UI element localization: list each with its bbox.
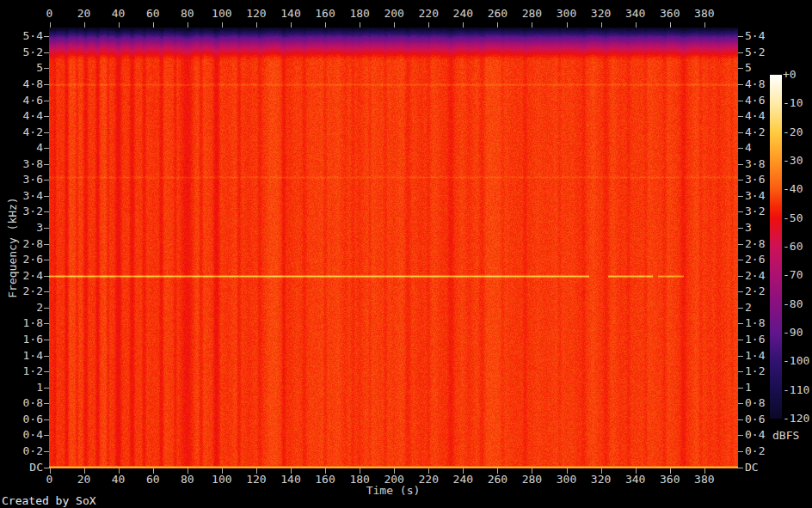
y-tick-mark-right (738, 323, 743, 324)
colorbar-tick-label: -80 (783, 298, 803, 310)
y-tick-mark-right (738, 419, 743, 420)
y-tick-mark-left (44, 196, 49, 197)
x-tick-label-bottom: 260 (480, 474, 514, 486)
x-tick-mark-top (84, 22, 85, 28)
y-tick-label-left: 4·2 (3, 126, 43, 138)
y-tick-label-right: 1·2 (745, 365, 765, 377)
y-tick-mark-left (44, 36, 49, 37)
colorbar-gradient (770, 75, 782, 419)
y-tick-mark-right (738, 403, 743, 404)
y-tick-mark-right (738, 180, 743, 181)
y-tick-label-right: 3·8 (745, 158, 765, 170)
x-tick-label-top: 20 (67, 8, 102, 20)
y-tick-mark-left (44, 340, 49, 340)
credit-text: Created by SoX (2, 494, 96, 507)
x-tick-label-top: 100 (205, 8, 239, 20)
x-tick-label-top: 120 (239, 8, 274, 20)
colorbar-tick-label: -40 (783, 183, 803, 195)
y-tick-label-right: 2·2 (745, 285, 765, 297)
y-tick-mark-right (738, 36, 743, 37)
y-tick-mark-right (738, 101, 743, 101)
x-tick-label-bottom: 40 (102, 474, 136, 486)
colorbar-tick-label: -60 (783, 241, 803, 253)
y-tick-mark-left (44, 371, 49, 372)
colorbar-unit-label: dBFS (772, 429, 799, 442)
x-tick-label-top: 340 (618, 8, 653, 20)
y-tick-mark-right (738, 164, 743, 165)
x-tick-mark-top (119, 22, 120, 28)
x-tick-mark-top (497, 22, 498, 28)
y-tick-label-right: 1·8 (745, 317, 765, 329)
y-tick-mark-right (738, 451, 743, 452)
y-tick-label-right: 0·8 (745, 397, 765, 409)
y-tick-mark-left (44, 435, 49, 436)
colorbar-tick-label: +0 (783, 69, 797, 81)
y-tick-label-right: 5 (745, 62, 752, 74)
y-tick-label-left: 3·8 (3, 158, 43, 170)
y-tick-label-left: 0·6 (3, 413, 43, 425)
y-tick-mark-right (738, 84, 743, 85)
y-tick-label-right: 3·2 (745, 205, 765, 217)
y-tick-label-right: 4·4 (745, 110, 765, 122)
y-tick-mark-right (738, 196, 743, 197)
y-tick-mark-right (738, 244, 743, 245)
y-tick-mark-right (738, 211, 743, 212)
y-tick-label-right: 0·4 (745, 429, 765, 441)
colorbar-tick-label: -90 (783, 327, 803, 339)
colorbar-tick-label: -30 (783, 155, 803, 167)
y-tick-label-left: 5·2 (3, 46, 43, 58)
y-tick-mark-left (44, 148, 49, 149)
colorbar-tick-label: -70 (783, 269, 803, 281)
y-tick-mark-left (44, 116, 49, 117)
x-tick-mark-top (704, 22, 705, 28)
y-tick-mark-right (738, 116, 743, 117)
colorbar-tick-label: -50 (783, 212, 803, 224)
y-tick-label-right: 5·2 (745, 46, 765, 58)
x-tick-mark-top (291, 22, 292, 28)
x-tick-mark-top (394, 22, 395, 28)
x-tick-label-bottom: 300 (550, 474, 584, 486)
y-tick-label-left: 4 (3, 142, 43, 154)
y-tick-label-left: 0·8 (3, 397, 43, 409)
y-tick-mark-left (44, 403, 49, 404)
y-tick-label-right: 4·8 (745, 78, 765, 90)
y-tick-mark-left (44, 260, 49, 260)
x-tick-mark-top (222, 22, 223, 28)
y-tick-label-right: 2·6 (745, 254, 765, 266)
y-axis-title: Frequency (kHz) (6, 197, 19, 297)
y-tick-mark-left (44, 228, 49, 229)
x-tick-label-top: 60 (136, 8, 170, 20)
y-tick-mark-right (738, 340, 743, 340)
y-tick-label-right: 1 (745, 382, 752, 394)
x-tick-mark-top (532, 22, 532, 28)
y-tick-mark-right (738, 148, 743, 149)
y-tick-mark-left (44, 388, 49, 389)
y-tick-mark-right (738, 276, 743, 277)
x-tick-label-top: 260 (480, 8, 514, 20)
x-tick-label-top: 160 (308, 8, 342, 20)
colorbar-tick-label: -120 (783, 413, 809, 425)
y-tick-mark-left (44, 52, 49, 53)
y-tick-label-right: 5·4 (745, 30, 765, 42)
x-tick-label-top: 80 (170, 8, 205, 20)
y-tick-mark-right (738, 291, 743, 292)
sox-spectrogram-window: 0020204040606080801001001201201401401601… (0, 0, 812, 508)
x-tick-mark-top (463, 22, 464, 28)
x-tick-label-bottom: 120 (239, 474, 274, 486)
y-tick-mark-right (738, 132, 743, 133)
x-tick-label-bottom: 360 (653, 474, 687, 486)
x-tick-label-top: 360 (653, 8, 687, 20)
x-tick-mark-top (360, 22, 360, 28)
x-tick-mark-top (428, 22, 429, 28)
x-tick-label-top: 40 (102, 8, 136, 20)
y-tick-mark-right (738, 52, 743, 53)
y-tick-mark-left (44, 132, 49, 133)
y-tick-label-right: 2·4 (745, 270, 765, 282)
x-tick-label-bottom: 340 (618, 474, 653, 486)
y-tick-label-right: 3 (745, 222, 752, 234)
spectrogram-plot (49, 28, 738, 468)
y-tick-label-right: 4·2 (745, 126, 765, 138)
y-tick-mark-right (738, 435, 743, 436)
y-tick-label-right: 3·6 (745, 174, 765, 186)
x-axis-title: Time (s) (366, 484, 421, 497)
